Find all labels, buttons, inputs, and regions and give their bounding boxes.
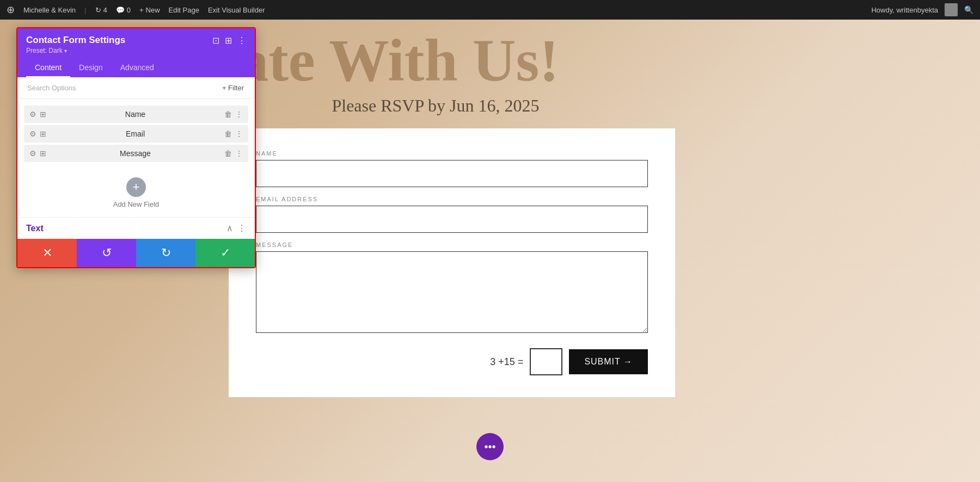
- add-field-label: Add New Field: [113, 200, 160, 208]
- preset-text: Preset: Dark: [26, 47, 63, 54]
- more-icon-message[interactable]: ⋮: [235, 149, 243, 158]
- site-name[interactable]: Michelle & Kevin: [23, 6, 76, 14]
- text-section-label: Text: [26, 224, 44, 233]
- revisions-count[interactable]: ↻ 4: [95, 6, 107, 14]
- fields-list: ⚙ ⊞ Name 🗑 ⋮ ⚙ ⊞ Email 🗑 ⋮ ⚙: [17, 99, 255, 169]
- contact-form-container: NAME EMAIL ADDRESS MESSAGE 3 +15 = SUBMI…: [229, 128, 675, 397]
- settings-icon-message[interactable]: ⚙: [29, 149, 36, 158]
- settings-panel: Contact Form Settings ⊡ ⊞ ⋮ Preset: Dark…: [16, 27, 256, 268]
- field-actions-message: 🗑 ⋮: [224, 149, 243, 158]
- save-icon: ✓: [220, 246, 230, 260]
- field-email-label: Email: [51, 129, 220, 138]
- wp-logo: ⊕: [7, 4, 15, 16]
- text-section[interactable]: Text ∧ ⋮: [17, 217, 255, 239]
- field-icons-name: ⚙ ⊞: [29, 110, 46, 119]
- message-textarea[interactable]: [256, 251, 648, 333]
- admin-bar: ⊕ Michelle & Kevin | ↻ 4 💬 0 + New Edit …: [0, 0, 980, 20]
- redo-button[interactable]: ↻: [136, 239, 195, 267]
- delete-icon-name[interactable]: 🗑: [224, 110, 232, 119]
- message-label: MESSAGE: [256, 242, 648, 248]
- search-icon[interactable]: 🔍: [964, 5, 973, 14]
- captcha-input[interactable]: [530, 348, 562, 375]
- redo-icon: ↻: [161, 246, 171, 260]
- settings-icon-name[interactable]: ⚙: [29, 110, 36, 119]
- field-actions-name: 🗑 ⋮: [224, 110, 243, 119]
- minimize-icon[interactable]: ⊡: [212, 35, 219, 46]
- field-row-message: ⚙ ⊞ Message 🗑 ⋮: [24, 145, 248, 162]
- field-name-label: Name: [51, 110, 220, 119]
- field-row-name: ⚙ ⊞ Name 🗑 ⋮: [24, 106, 248, 123]
- separator: |: [84, 6, 86, 14]
- field-icons-message: ⚙ ⊞: [29, 149, 46, 158]
- filter-label: + Filter: [222, 84, 244, 92]
- howdy-text: Howdy, writtenbyekta: [871, 6, 938, 14]
- more-icon-email[interactable]: ⋮: [235, 129, 243, 138]
- cancel-icon: ✕: [42, 246, 52, 260]
- more-icon[interactable]: ⋮: [237, 35, 246, 46]
- search-bar: + Filter: [17, 77, 255, 99]
- exit-builder-button[interactable]: Exit Visual Builder: [208, 6, 265, 14]
- floating-dots-button[interactable]: •••: [476, 433, 504, 460]
- save-button[interactable]: ✓: [195, 239, 255, 267]
- settings-icon-email[interactable]: ⚙: [29, 129, 36, 138]
- chevron-up-icon[interactable]: ∧: [226, 223, 233, 233]
- field-row-email: ⚙ ⊞ Email 🗑 ⋮: [24, 125, 248, 143]
- filter-button[interactable]: + Filter: [218, 82, 248, 94]
- search-input[interactable]: [24, 82, 218, 94]
- add-circle-icon[interactable]: +: [126, 177, 146, 197]
- delete-icon-email[interactable]: 🗑: [224, 129, 232, 138]
- cancel-button[interactable]: ✕: [17, 239, 77, 267]
- submit-label: SUBMIT →: [584, 357, 633, 367]
- captcha-text: 3 +15 =: [490, 356, 523, 368]
- admin-bar-right: Howdy, writtenbyekta 🔍: [871, 3, 973, 16]
- add-new-field-button[interactable]: + Add New Field: [17, 169, 255, 217]
- panel-title: Contact Form Settings: [26, 35, 125, 46]
- tab-advanced[interactable]: Advanced: [112, 59, 163, 77]
- panel-header-icons: ⊡ ⊞ ⋮: [212, 35, 246, 46]
- panel-header: Contact Form Settings ⊡ ⊞ ⋮ Preset: Dark…: [17, 28, 255, 59]
- preset-label[interactable]: Preset: Dark ▾: [26, 47, 246, 54]
- tab-design[interactable]: Design: [70, 59, 112, 77]
- submit-button[interactable]: SUBMIT →: [569, 349, 648, 374]
- panel-header-top: Contact Form Settings ⊡ ⊞ ⋮: [26, 35, 246, 46]
- field-icons-email: ⚙ ⊞: [29, 129, 46, 138]
- more-section-icon[interactable]: ⋮: [237, 223, 246, 233]
- panel-tabs: Content Design Advanced: [17, 59, 255, 77]
- preset-arrow: ▾: [64, 48, 67, 54]
- text-section-icons: ∧ ⋮: [226, 223, 246, 233]
- form-footer: 3 +15 = SUBMIT →: [256, 348, 648, 375]
- split-icon[interactable]: ⊞: [225, 35, 232, 46]
- edit-page-button[interactable]: Edit Page: [169, 6, 199, 14]
- delete-icon-message[interactable]: 🗑: [224, 149, 232, 158]
- copy-icon-message[interactable]: ⊞: [40, 149, 46, 158]
- name-input[interactable]: [256, 160, 648, 187]
- comments-count[interactable]: 💬 0: [116, 6, 131, 14]
- undo-icon: ↺: [102, 246, 112, 260]
- undo-button[interactable]: ↺: [77, 239, 136, 267]
- name-label: NAME: [256, 150, 648, 157]
- copy-icon-email[interactable]: ⊞: [40, 129, 46, 138]
- new-button[interactable]: + New: [139, 6, 160, 14]
- copy-icon-name[interactable]: ⊞: [40, 110, 46, 119]
- more-icon-name[interactable]: ⋮: [235, 110, 243, 119]
- tab-content[interactable]: Content: [26, 59, 70, 77]
- field-message-label: Message: [51, 149, 220, 158]
- panel-actions: ✕ ↺ ↻ ✓: [17, 239, 255, 267]
- avatar: [945, 3, 958, 16]
- email-label: EMAIL ADDRESS: [256, 196, 648, 202]
- email-input[interactable]: [256, 206, 648, 233]
- field-actions-email: 🗑 ⋮: [224, 129, 243, 138]
